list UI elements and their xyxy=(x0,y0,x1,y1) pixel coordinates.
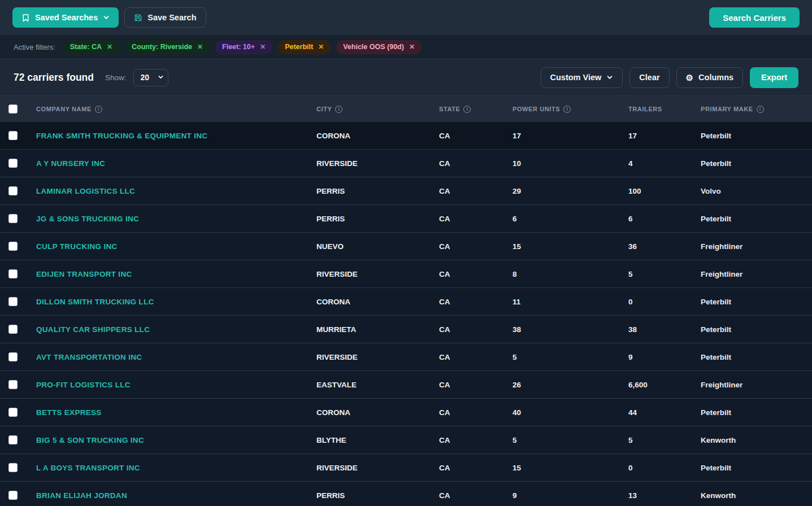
page-size-select-wrap: 20 xyxy=(133,69,168,86)
info-icon[interactable]: i xyxy=(335,106,342,113)
columns-button[interactable]: ⚙ Columns xyxy=(676,67,743,88)
remove-filter-icon[interactable]: ✕ xyxy=(409,43,415,51)
bookmark-icon xyxy=(21,14,30,22)
power-units-cell: 6 xyxy=(513,215,628,223)
primary-make-cell: Peterbilt xyxy=(701,464,812,472)
city-cell: PERRIS xyxy=(316,187,439,195)
company-name-link[interactable]: CULP TRUCKING INC xyxy=(36,242,316,251)
column-header[interactable]: PRIMARY MAKE i xyxy=(701,106,812,113)
company-name-link[interactable]: JG & SONS TRUCKING INC xyxy=(36,215,316,223)
info-icon[interactable]: i xyxy=(563,106,571,113)
row-select-checkbox[interactable] xyxy=(8,463,18,472)
row-select-checkbox[interactable] xyxy=(8,159,18,168)
row-select-checkbox[interactable] xyxy=(8,186,18,195)
filter-pill: Vehicle OOS (90d) ✕ xyxy=(336,40,422,54)
company-name-link[interactable]: EDIJEN TRANSPORT INC xyxy=(36,270,316,278)
city-cell: NUEVO xyxy=(316,242,439,251)
trailers-cell: 0 xyxy=(628,464,701,472)
search-carriers-button[interactable]: Search Carriers xyxy=(709,7,800,28)
row-select-checkbox[interactable] xyxy=(8,325,18,334)
filter-pill-label: State: CA xyxy=(70,43,102,51)
save-search-button[interactable]: Save Search xyxy=(124,7,206,28)
row-checkbox-cell xyxy=(0,131,36,140)
column-header[interactable]: CITY i xyxy=(316,106,439,113)
state-cell: CA xyxy=(439,270,513,278)
power-units-cell: 40 xyxy=(513,408,628,417)
row-select-checkbox[interactable] xyxy=(8,269,18,278)
table-row: QUALITY CAR SHIPPERS LLC MURRIETA CA 38 … xyxy=(0,316,812,343)
saved-searches-button[interactable]: Saved Searches xyxy=(12,7,119,28)
row-select-checkbox[interactable] xyxy=(8,435,18,444)
remove-filter-icon[interactable]: ✕ xyxy=(260,43,266,51)
primary-make-cell: Freightliner xyxy=(701,242,812,251)
table-row: BETTS EXPRESS CORONA CA 40 44 Peterbilt xyxy=(0,399,812,426)
city-cell: EASTVALE xyxy=(316,381,439,389)
company-name-link[interactable]: BETTS EXPRESS xyxy=(36,408,316,417)
row-checkbox-cell xyxy=(0,159,36,168)
row-select-checkbox[interactable] xyxy=(8,491,18,500)
export-button[interactable]: Export xyxy=(750,67,798,88)
remove-filter-icon[interactable]: ✕ xyxy=(197,43,203,51)
company-name-link[interactable]: BIG 5 & SON TRUCKING INC xyxy=(36,436,316,444)
city-cell: BLYTHE xyxy=(316,436,439,444)
table-row: BIG 5 & SON TRUCKING INC BLYTHE CA 5 5 K… xyxy=(0,426,812,454)
primary-make-cell: Kenworth xyxy=(701,491,812,500)
row-checkbox-cell xyxy=(0,491,36,500)
remove-filter-icon[interactable]: ✕ xyxy=(107,43,112,51)
primary-make-cell: Peterbilt xyxy=(701,325,812,334)
column-header[interactable]: POWER UNITS i xyxy=(513,106,628,113)
row-select-checkbox[interactable] xyxy=(8,242,18,251)
row-checkbox-cell xyxy=(0,352,36,361)
row-select-checkbox[interactable] xyxy=(8,214,18,223)
trailers-cell: 5 xyxy=(628,270,701,278)
trailers-cell: 0 xyxy=(628,298,701,306)
primary-make-cell: Peterbilt xyxy=(701,408,812,417)
power-units-cell: 15 xyxy=(513,464,628,472)
info-icon[interactable]: i xyxy=(757,106,764,113)
company-name-link[interactable]: A Y NURSERY INC xyxy=(36,159,316,168)
company-name-link[interactable]: FRANK SMITH TRUCKING & EQUIPMENT INC xyxy=(36,132,316,140)
table-row: FRANK SMITH TRUCKING & EQUIPMENT INC COR… xyxy=(0,122,812,150)
company-name-link[interactable]: DILLON SMITH TRUCKING LLC xyxy=(36,298,316,306)
company-name-link[interactable]: AVT TRANSPORTATION INC xyxy=(36,353,316,361)
company-name-link[interactable]: BRIAN ELIJAH JORDAN xyxy=(36,491,316,500)
row-checkbox-cell xyxy=(0,297,36,306)
trailers-cell: 13 xyxy=(628,491,701,500)
row-checkbox-cell xyxy=(0,325,36,334)
column-header[interactable]: COMPANY NAME i xyxy=(36,106,316,113)
city-cell: PERRIS xyxy=(316,491,439,500)
results-actions: Custom View Clear ⚙ Columns Export xyxy=(541,67,798,88)
state-cell: CA xyxy=(439,215,513,223)
remove-filter-icon[interactable]: ✕ xyxy=(318,43,324,51)
table-row: A Y NURSERY INC RIVERSIDE CA 10 4 Peterb… xyxy=(0,150,812,177)
column-header[interactable]: STATE i xyxy=(439,106,513,113)
company-name-link[interactable]: QUALITY CAR SHIPPERS LLC xyxy=(36,325,316,334)
city-cell: RIVERSIDE xyxy=(316,353,439,361)
row-select-checkbox[interactable] xyxy=(8,408,18,417)
select-all-checkbox[interactable] xyxy=(8,104,18,114)
custom-view-button[interactable]: Custom View xyxy=(541,67,623,88)
power-units-cell: 17 xyxy=(513,132,628,140)
row-select-checkbox[interactable] xyxy=(8,352,18,361)
filter-pill: State: CA ✕ xyxy=(63,40,119,54)
company-name-link[interactable]: PRO-FIT LOGISTICS LLC xyxy=(36,381,316,389)
row-select-checkbox[interactable] xyxy=(8,297,18,306)
row-select-checkbox[interactable] xyxy=(8,380,18,389)
table-row: BRIAN ELIJAH JORDAN PERRIS CA 9 13 Kenwo… xyxy=(0,482,812,506)
filter-pill-label: Peterbilt xyxy=(285,43,313,51)
column-header[interactable]: TRAILERS xyxy=(628,106,701,112)
city-cell: CORONA xyxy=(316,298,439,306)
filter-pill: Peterbilt ✕ xyxy=(278,40,331,54)
company-name-link[interactable]: LAMINAR LOGISTICS LLC xyxy=(36,187,316,195)
info-icon[interactable]: i xyxy=(95,106,102,113)
clear-label: Clear xyxy=(639,73,659,82)
row-select-checkbox[interactable] xyxy=(8,131,18,140)
clear-button[interactable]: Clear xyxy=(629,67,669,88)
chevron-down-icon xyxy=(606,74,613,81)
primary-make-cell: Freightliner xyxy=(701,270,812,278)
page-size-select[interactable]: 20 xyxy=(133,69,168,86)
company-name-link[interactable]: L A BOYS TRANSPORT INC xyxy=(36,464,316,472)
save-floppy-icon xyxy=(134,14,142,22)
power-units-cell: 38 xyxy=(513,325,628,334)
info-icon[interactable]: i xyxy=(463,106,471,113)
